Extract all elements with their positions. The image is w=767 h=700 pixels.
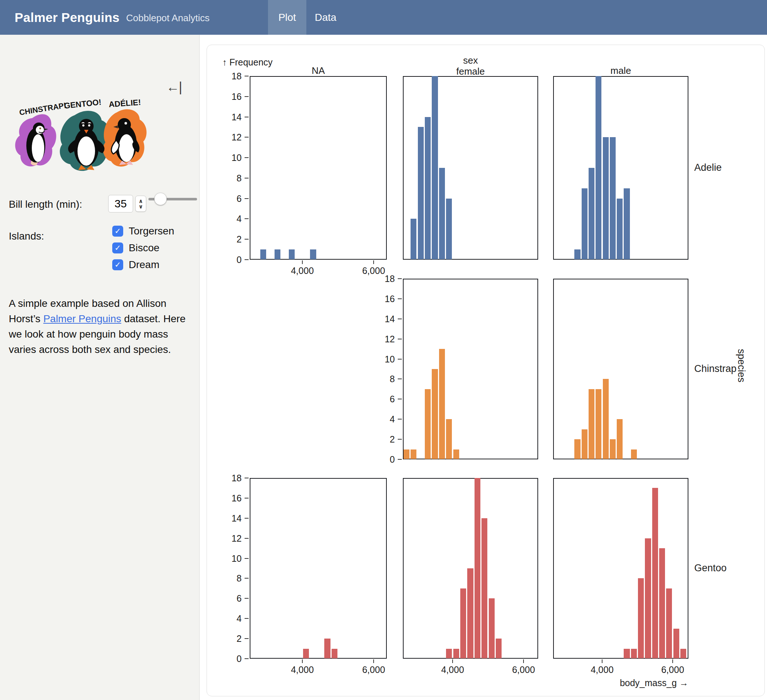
- checkbox-label: Biscoe: [129, 242, 159, 254]
- islands-checkbox-group: ✓ Torgersen ✓ Biscoe ✓ Dream: [112, 225, 174, 271]
- app-title: Palmer Penguins: [14, 10, 119, 25]
- app-subtitle: Cobblepot Analytics: [126, 13, 210, 24]
- checkbox-dream[interactable]: ✓ Dream: [112, 259, 174, 271]
- checkbox-checked-icon[interactable]: ✓: [112, 226, 123, 237]
- palmer-penguins-link[interactable]: Palmer Penguins: [43, 313, 121, 324]
- checkbox-label: Torgersen: [129, 225, 174, 237]
- bill-length-label: Bill length (min):: [9, 199, 82, 210]
- bill-length-slider[interactable]: [148, 198, 197, 201]
- tab-data[interactable]: Data: [306, 0, 345, 35]
- islands-control: Islands: ✓ Torgersen ✓ Biscoe ✓ Dream: [9, 230, 192, 242]
- artwork-label-adelie: ADÉLIE!: [108, 98, 142, 109]
- sidebar: ←|: [0, 35, 200, 700]
- stepper-up-icon[interactable]: ∧: [138, 198, 143, 204]
- islands-label: Islands:: [9, 230, 44, 242]
- checkbox-biscoe[interactable]: ✓ Biscoe: [112, 242, 174, 254]
- bill-length-stepper[interactable]: ∧ ∨: [135, 196, 146, 212]
- bill-length-control: Bill length (min): ∧ ∨: [9, 199, 192, 210]
- penguins-artwork: CHINSTRAP! GENTOO! ADÉLIE!: [10, 96, 150, 184]
- plot-card: [207, 45, 765, 696]
- artwork-label-gentoo: GENTOO!: [64, 97, 102, 110]
- checkbox-checked-icon[interactable]: ✓: [112, 259, 123, 270]
- bill-length-input[interactable]: [108, 195, 133, 212]
- checkbox-torgersen[interactable]: ✓ Torgersen: [112, 225, 174, 237]
- checkbox-label: Dream: [129, 259, 159, 271]
- tab-plot[interactable]: Plot: [268, 0, 306, 35]
- checkbox-checked-icon[interactable]: ✓: [112, 242, 123, 254]
- description-text: A simple example based on Allison Horst’…: [9, 296, 188, 357]
- stepper-down-icon[interactable]: ∨: [138, 204, 143, 209]
- slider-knob[interactable]: [154, 193, 167, 205]
- sidebar-collapse-icon[interactable]: ←|: [166, 79, 181, 95]
- navbar: Palmer Penguins Cobblepot Analytics Plot…: [0, 0, 767, 35]
- nav-tabs: Plot Data: [268, 0, 345, 35]
